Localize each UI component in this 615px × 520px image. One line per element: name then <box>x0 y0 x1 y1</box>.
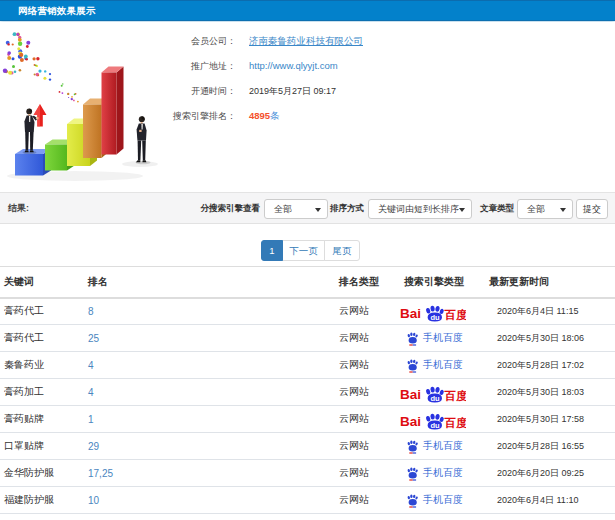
filter-bar: 结果: 分搜索引擎查看 全部 排序方式 关键词由短到长排序 文章类型 全部 提交 <box>0 192 615 224</box>
info-row-open-time: 开通时间： 2019年5月27日 09:17 <box>0 85 480 97</box>
mobile-baidu-label: 手机百度 <box>423 466 463 480</box>
engine-cell: Bai du 百度 <box>400 298 485 325</box>
caret-down-icon <box>459 208 465 212</box>
submit-button[interactable]: 提交 <box>576 199 608 219</box>
baidu-logo-icon: Bai du 百度 <box>400 412 466 430</box>
rank-cell: 4 <box>84 352 335 379</box>
rank-type-cell: 云网站 <box>335 352 400 379</box>
baidu-mobile-engine: 手机百度 <box>406 439 485 454</box>
baidu-latin-text: Bai <box>400 306 421 321</box>
page-title: 网络营销效果展示 <box>18 1 96 21</box>
rank-cell <box>84 514 335 520</box>
engine-cell: 手机百度 <box>400 352 485 379</box>
baidu-mobile-engine: 手机百度 <box>406 358 485 373</box>
baidu-cn-text: 百度 <box>444 388 467 401</box>
baidu-pc-logo: Bai du 百度 <box>400 385 485 403</box>
table-row: 膏药代工8云网站 Bai du 百度 2020年6月4日 11:15 <box>0 298 615 325</box>
updated-cell: 2020年5月28日 16:55 <box>485 433 615 460</box>
hero-section: 会员公司： 济南秦鲁药业科技有限公司 推广地址： http://www.qlyy… <box>0 22 615 190</box>
baidu-pc-logo: Bai du 百度 <box>400 304 485 322</box>
baidu-mobile-engine: 手机百度 <box>406 466 485 481</box>
rank-type-cell: 云网站 <box>335 406 400 433</box>
baidu-mobile-engine: 手机百度 <box>406 331 485 346</box>
engine-select-value: 全部 <box>274 204 292 214</box>
rank-cell: 17,25 <box>84 460 335 487</box>
engine-cell: 手机百度 <box>400 433 485 460</box>
col-engine-type: 搜索引擎类型 <box>400 267 485 298</box>
open-time-label: 开通时间： <box>0 85 236 98</box>
caret-down-icon <box>315 208 321 212</box>
info-row-rank-count: 搜索引擎排名： 4895条 <box>0 110 480 122</box>
rank-cell: 8 <box>84 298 335 325</box>
table-row: 金华防护服17,25云网站 手机百度 2020年6月20日 09:25 <box>0 460 615 487</box>
company-link[interactable]: 济南秦鲁药业科技有限公司 <box>249 35 363 46</box>
mobile-baidu-icon <box>406 493 419 508</box>
info-row-url: 推广地址： http://www.qlyyjt.com <box>0 60 480 72</box>
pagination: 1 下一页 尾页 <box>261 240 360 261</box>
engine-cell: 手机百度 <box>400 460 485 487</box>
table-row: 膏药贴牌1云网站 Bai du 百度 2020年5月30日 17:58 <box>0 406 615 433</box>
rank-type-cell: 云网站 <box>335 298 400 325</box>
rank-cell: 25 <box>84 325 335 352</box>
mobile-baidu-icon <box>406 358 419 373</box>
keyword-cell: 福建防护服 <box>0 487 84 514</box>
article-type-label: 文章类型 <box>480 203 514 215</box>
updated-cell: 2020年6月20日 09:25 <box>485 460 615 487</box>
businessman-right <box>136 116 151 164</box>
baidu-logo-icon: Bai du 百度 <box>400 304 466 322</box>
mobile-baidu-icon <box>406 331 419 346</box>
updated-cell: 2020年6月4日 11:10 <box>485 487 615 514</box>
rank-count-number: 4895 <box>249 110 270 121</box>
rank-type-cell: 云网站 <box>335 379 400 406</box>
col-keyword: 关键词 <box>0 267 84 298</box>
baidu-logo-icon: Bai du 百度 <box>400 385 466 403</box>
result-label: 结果: <box>8 193 29 223</box>
results-table-wrap: 关键词 排名 排名类型 搜索引擎类型 最新更新时间 膏药代工8云网站 Bai d… <box>0 266 615 520</box>
updated-cell: 2020年5月30日 18:06 <box>485 325 615 352</box>
table-row: 秦鲁药业4云网站 手机百度 2020年5月28日 17:02 <box>0 352 615 379</box>
engine-select[interactable]: 全部 <box>264 199 328 219</box>
baidu-latin-text: Bai <box>400 414 421 429</box>
rank-type-cell: 云网站 <box>335 325 400 352</box>
baidu-du-text: du <box>430 421 440 430</box>
rank-count-label: 搜索引擎排名： <box>0 110 236 123</box>
mobile-baidu-label: 手机百度 <box>423 331 463 345</box>
engine-cell: 手机百度 <box>400 514 485 520</box>
updated-cell: 2020年5月30日 18:03 <box>485 379 615 406</box>
sort-label: 排序方式 <box>330 203 364 215</box>
engine-cell: 手机百度 <box>400 487 485 514</box>
baidu-pc-logo: Bai du 百度 <box>400 412 485 430</box>
updated-cell: 2020年5月28日 17:02 <box>485 352 615 379</box>
keyword-cell: 膏药代工 <box>0 298 84 325</box>
col-updated: 最新更新时间 <box>485 267 615 298</box>
baidu-paw-icon: du <box>426 386 445 402</box>
last-page-button[interactable]: 尾页 <box>324 240 360 261</box>
promo-url-link[interactable]: http://www.qlyyjt.com <box>249 60 338 71</box>
baidu-paw-icon: du <box>426 305 445 321</box>
rank-cell: 10 <box>84 487 335 514</box>
info-row-company: 会员公司： 济南秦鲁药业科技有限公司 <box>0 35 480 47</box>
page-1-button[interactable]: 1 <box>261 240 283 261</box>
mobile-baidu-label: 手机百度 <box>423 439 463 453</box>
baidu-cn-text: 百度 <box>444 307 467 320</box>
filter-controls: 分搜索引擎查看 全部 排序方式 关键词由短到长排序 文章类型 全部 提交 <box>201 194 609 224</box>
next-page-button[interactable]: 下一页 <box>282 240 325 261</box>
updated-cell: 2020年6月4日 11:15 <box>485 298 615 325</box>
rank-type-cell <box>335 514 400 520</box>
keyword-cell: 膏药加工 <box>0 379 84 406</box>
rank-cell: 29 <box>84 433 335 460</box>
article-type-select[interactable]: 全部 <box>517 199 573 219</box>
baidu-cn-text: 百度 <box>444 415 467 428</box>
rank-type-cell: 云网站 <box>335 460 400 487</box>
caret-down-icon <box>560 208 566 212</box>
baidu-du-text: du <box>430 394 440 403</box>
sort-select[interactable]: 关键词由短到长排序 <box>368 199 472 219</box>
keyword-cell: 膏药代工 <box>0 325 84 352</box>
updated-cell <box>485 514 615 520</box>
table-row: 膏药代工25云网站 手机百度 2020年5月30日 18:06 <box>0 325 615 352</box>
keyword-cell: 秦鲁药业 <box>0 352 84 379</box>
mobile-baidu-icon <box>406 466 419 481</box>
updated-cell: 2020年5月30日 17:58 <box>485 406 615 433</box>
engine-cell: Bai du 百度 <box>400 406 485 433</box>
engine-cell: Bai du 百度 <box>400 379 485 406</box>
